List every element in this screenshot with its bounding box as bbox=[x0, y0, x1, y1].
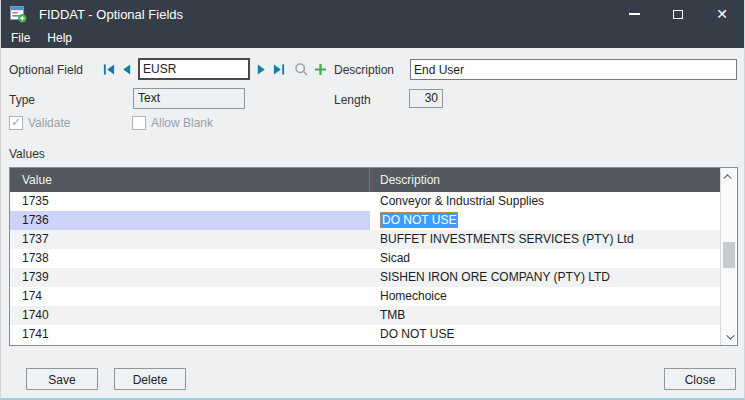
new-record-button[interactable] bbox=[313, 61, 328, 77]
table-row[interactable]: 1736DO NOT USE bbox=[10, 211, 720, 230]
cell-description[interactable]: SISHEN IRON ORE COMPANY (PTY) LTD bbox=[370, 268, 720, 287]
vertical-scrollbar[interactable] bbox=[720, 168, 737, 345]
length-label: Length bbox=[334, 93, 371, 107]
chevron-up-icon bbox=[723, 174, 731, 182]
title-bar: FIDDAT - Optional Fields ✕ bbox=[1, 0, 744, 28]
cell-value[interactable]: 1738 bbox=[10, 249, 370, 268]
cell-description[interactable]: TMB bbox=[370, 306, 720, 325]
cell-value[interactable]: 1740 bbox=[10, 306, 370, 325]
maximize-button[interactable] bbox=[656, 0, 700, 28]
table-row[interactable]: 1735Conveyor & Industrial Supplies bbox=[10, 192, 720, 211]
cell-description[interactable]: DO NOT USE bbox=[370, 325, 720, 344]
validate-checkbox-row: Validate bbox=[9, 116, 70, 130]
close-icon: ✕ bbox=[716, 7, 728, 21]
delete-button[interactable]: Delete bbox=[114, 368, 186, 390]
table-row[interactable]: 1737BUFFET INVESTMENTS SERVICES (PTY) Lt… bbox=[10, 230, 720, 249]
maximize-icon bbox=[673, 10, 683, 19]
scroll-up-button[interactable] bbox=[721, 169, 737, 184]
scroll-down-button[interactable] bbox=[721, 329, 737, 344]
cell-value[interactable]: 1736 bbox=[10, 211, 370, 230]
finder-search-button[interactable] bbox=[294, 61, 309, 77]
next-record-button[interactable] bbox=[254, 61, 269, 77]
table-row[interactable]: 1739SISHEN IRON ORE COMPANY (PTY) LTD bbox=[10, 268, 720, 287]
cell-description[interactable]: Sicad bbox=[370, 249, 720, 268]
type-label: Type bbox=[9, 93, 35, 107]
window-title: FIDDAT - Optional Fields bbox=[39, 7, 183, 22]
optional-field-label: Optional Field bbox=[9, 63, 83, 77]
table-row[interactable]: 174Homechoice bbox=[10, 287, 720, 306]
allow-blank-checkbox-label: Allow Blank bbox=[151, 116, 213, 130]
table-row[interactable]: 1738Sicad bbox=[10, 249, 720, 268]
close-button[interactable]: ✕ bbox=[700, 0, 744, 28]
window-controls: ✕ bbox=[612, 0, 744, 28]
cell-value[interactable]: 174 bbox=[10, 287, 370, 306]
cell-value[interactable]: 1735 bbox=[10, 192, 370, 211]
minimize-button[interactable] bbox=[612, 0, 656, 28]
scrollbar-thumb[interactable] bbox=[723, 242, 735, 268]
menu-help[interactable]: Help bbox=[47, 31, 72, 45]
app-icon bbox=[10, 6, 27, 23]
values-table-header: Value Description bbox=[10, 168, 720, 192]
save-button[interactable]: Save bbox=[26, 368, 98, 390]
chevron-down-icon bbox=[726, 331, 734, 339]
selected-text: DO NOT USE bbox=[380, 212, 458, 228]
plus-icon bbox=[314, 63, 327, 76]
description-input[interactable] bbox=[410, 59, 737, 80]
description-label: Description bbox=[334, 63, 394, 77]
validate-checkbox-label: Validate bbox=[28, 116, 70, 130]
minimize-icon bbox=[629, 13, 640, 15]
last-record-button[interactable] bbox=[271, 61, 286, 77]
previous-record-button[interactable] bbox=[119, 61, 134, 77]
values-label: Values bbox=[9, 147, 45, 161]
cell-description[interactable]: BUFFET INVESTMENTS SERVICES (PTY) Ltd bbox=[370, 230, 720, 249]
fiddat-optional-fields-window: FIDDAT - Optional Fields ✕ File Help Opt… bbox=[0, 0, 745, 400]
first-record-button[interactable] bbox=[102, 61, 117, 77]
cell-description[interactable]: DO NOT USE bbox=[370, 211, 720, 230]
optional-field-input[interactable] bbox=[138, 58, 250, 80]
values-table: Value Description 1735Conveyor & Industr… bbox=[9, 167, 738, 346]
close-button-bottom[interactable]: Close bbox=[664, 368, 736, 390]
length-value: 30 bbox=[409, 89, 443, 108]
column-header-description[interactable]: Description bbox=[370, 168, 720, 192]
menu-bar: File Help bbox=[1, 28, 744, 48]
cell-value[interactable]: 1741 bbox=[10, 325, 370, 344]
allow-blank-checkbox[interactable] bbox=[132, 116, 146, 130]
column-header-value[interactable]: Value bbox=[10, 168, 370, 192]
menu-file[interactable]: File bbox=[11, 31, 30, 45]
type-value: Text bbox=[133, 88, 245, 109]
values-table-body: 1735Conveyor & Industrial Supplies1736DO… bbox=[10, 192, 720, 345]
cell-value[interactable]: 1737 bbox=[10, 230, 370, 249]
allow-blank-checkbox-row: Allow Blank bbox=[132, 116, 213, 130]
search-icon bbox=[294, 62, 309, 77]
cell-value[interactable]: 1739 bbox=[10, 268, 370, 287]
table-row[interactable]: 1740TMB bbox=[10, 306, 720, 325]
cell-description[interactable]: Conveyor & Industrial Supplies bbox=[370, 192, 720, 211]
validate-checkbox[interactable] bbox=[9, 116, 23, 130]
cell-description[interactable]: Homechoice bbox=[370, 287, 720, 306]
record-navigation bbox=[101, 57, 329, 81]
table-row[interactable]: 1741DO NOT USE bbox=[10, 325, 720, 344]
